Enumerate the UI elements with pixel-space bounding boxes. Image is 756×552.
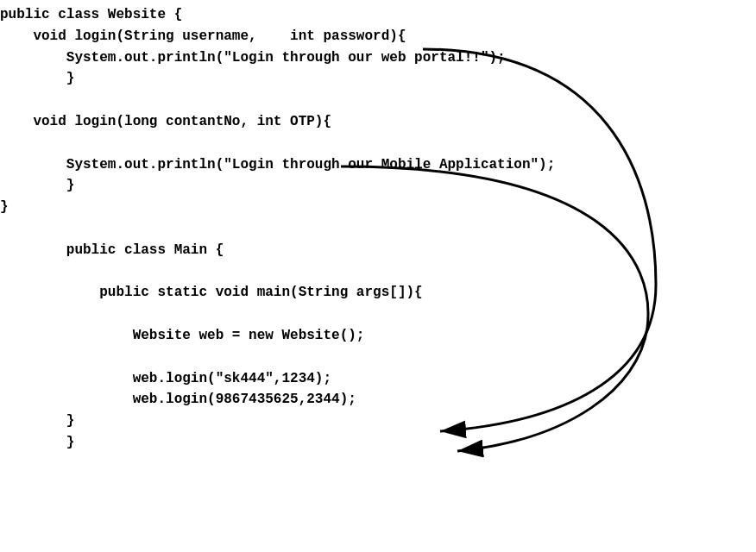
line-empty-4 (0, 261, 555, 283)
line-close-main-2: } (0, 432, 555, 454)
line-website-class: public class Website { (0, 4, 555, 26)
line-println-mobile: System.out.println("Login through our Mo… (0, 154, 555, 176)
line-login-string: void login(String username, int password… (0, 26, 555, 47)
line-empty-6 (0, 347, 555, 368)
line-main-class: public class Main { (0, 240, 555, 261)
line-close-brace-1: } (0, 68, 555, 90)
line-close-main-1: } (0, 411, 555, 432)
line-empty-5 (0, 304, 555, 325)
line-web-login-2: web.login(9867435625,2344); (0, 389, 555, 411)
line-empty-3 (0, 218, 555, 240)
code-block: public class Website { void login(String… (0, 4, 555, 454)
code-container: public class Website { void login(String… (0, 0, 756, 552)
line-new-website: Website web = new Website(); (0, 325, 555, 347)
line-main-method: public static void main(String args[]){ (0, 282, 555, 304)
line-close-website: } (0, 197, 555, 218)
line-login-long: void login(long contantNo, int OTP){ (0, 111, 555, 133)
line-close-brace-2: } (0, 175, 555, 197)
line-println-web: System.out.println("Login through our we… (0, 47, 555, 69)
line-empty-2 (0, 133, 555, 154)
line-web-login-1: web.login("sk444",1234); (0, 368, 555, 390)
line-empty-1 (0, 90, 555, 111)
